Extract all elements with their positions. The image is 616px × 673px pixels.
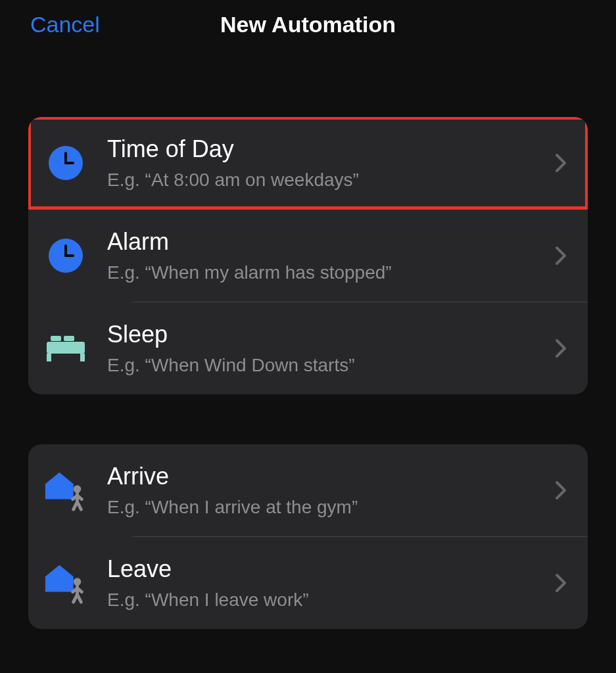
row-title: Sleep bbox=[107, 321, 555, 348]
row-subtitle: E.g. “When I leave work” bbox=[107, 590, 555, 611]
svg-rect-7 bbox=[64, 336, 74, 341]
row-subtitle: E.g. “When my alarm has stopped” bbox=[107, 262, 555, 283]
row-title: Time of Day bbox=[107, 135, 555, 163]
row-text: Arrive E.g. “When I arrive at the gym” bbox=[89, 463, 555, 518]
clock-icon bbox=[43, 146, 89, 180]
row-subtitle: E.g. “When Wind Down starts” bbox=[107, 355, 555, 376]
trigger-row-leave[interactable]: Leave E.g. “When I leave work” bbox=[28, 537, 588, 629]
svg-rect-8 bbox=[47, 342, 85, 354]
chevron-right-icon bbox=[555, 246, 573, 266]
nav-bar: Cancel New Automation bbox=[0, 0, 616, 48]
svg-rect-9 bbox=[47, 354, 51, 361]
bed-icon bbox=[43, 334, 89, 363]
row-text: Time of Day E.g. “At 8:00 am on weekdays… bbox=[89, 135, 555, 191]
row-title: Leave bbox=[107, 555, 555, 583]
trigger-row-sleep[interactable]: Sleep E.g. “When Wind Down starts” bbox=[28, 302, 588, 394]
row-subtitle: E.g. “When I arrive at the gym” bbox=[107, 497, 555, 518]
trigger-group-time: Time of Day E.g. “At 8:00 am on weekdays… bbox=[28, 117, 588, 394]
house-person-icon bbox=[43, 562, 89, 604]
trigger-row-time-of-day[interactable]: Time of Day E.g. “At 8:00 am on weekdays… bbox=[28, 117, 588, 209]
row-title: Alarm bbox=[107, 228, 555, 256]
trigger-group-location: Arrive E.g. “When I arrive at the gym” L… bbox=[28, 444, 588, 629]
svg-rect-10 bbox=[80, 354, 85, 361]
row-text: Leave E.g. “When I leave work” bbox=[89, 555, 555, 611]
cancel-button[interactable]: Cancel bbox=[30, 12, 100, 37]
page-title: New Automation bbox=[220, 12, 396, 37]
chevron-right-icon bbox=[555, 480, 573, 500]
row-subtitle: E.g. “At 8:00 am on weekdays” bbox=[107, 170, 555, 191]
house-person-icon bbox=[43, 469, 89, 511]
row-text: Alarm E.g. “When my alarm has stopped” bbox=[89, 228, 555, 283]
chevron-right-icon bbox=[555, 153, 573, 173]
content: Time of Day E.g. “At 8:00 am on weekdays… bbox=[0, 48, 616, 629]
row-text: Sleep E.g. “When Wind Down starts” bbox=[89, 321, 555, 376]
clock-icon bbox=[43, 239, 89, 273]
row-title: Arrive bbox=[107, 463, 555, 490]
chevron-right-icon bbox=[555, 573, 573, 593]
trigger-row-arrive[interactable]: Arrive E.g. “When I arrive at the gym” bbox=[28, 444, 588, 536]
svg-rect-6 bbox=[51, 336, 61, 341]
chevron-right-icon bbox=[555, 338, 573, 358]
trigger-row-alarm[interactable]: Alarm E.g. “When my alarm has stopped” bbox=[28, 210, 588, 302]
